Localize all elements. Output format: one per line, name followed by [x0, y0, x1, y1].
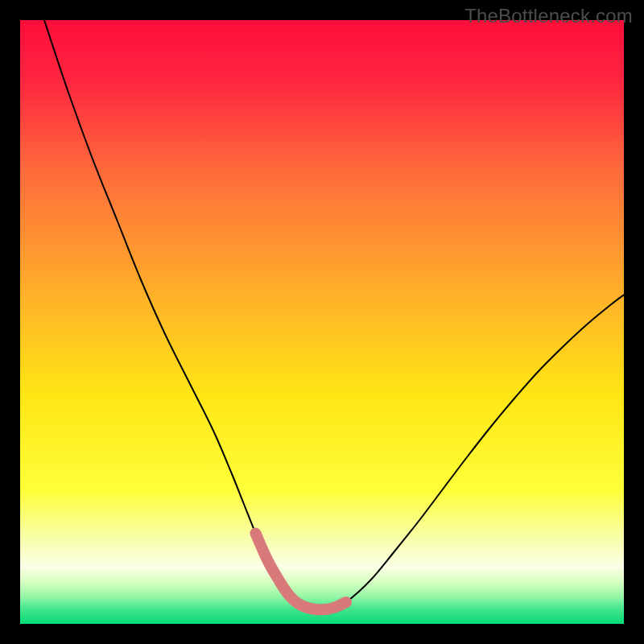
- watermark-text: TheBottleneck.com: [464, 5, 633, 27]
- chart-frame: TheBottleneck.com: [0, 0, 644, 644]
- plot-area: [20, 20, 624, 624]
- bottleneck-curve: [44, 20, 624, 609]
- curve-layer: [20, 20, 624, 624]
- optimal-band: [256, 534, 347, 610]
